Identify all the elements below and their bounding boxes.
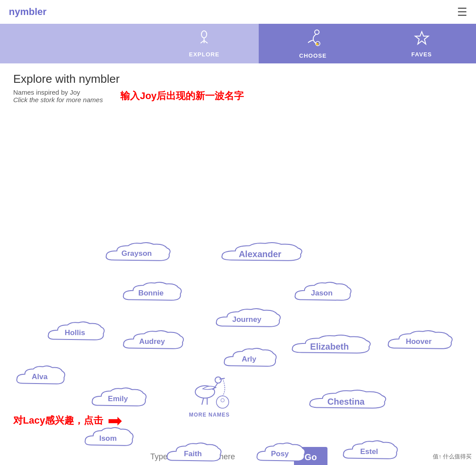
tab-faves-label: FAVES — [411, 51, 432, 58]
svg-point-4 — [315, 30, 319, 34]
annotation-lacy-row: 对Lacy感兴趣，点击 ➡ — [0, 403, 476, 438]
cloud-bonnie[interactable]: Bonnie — [119, 280, 183, 308]
subtitle-left: Names inspired by Joy Click the stork fo… — [13, 89, 103, 103]
cloud-label-grayson: Grayson — [101, 249, 172, 258]
svg-point-0 — [201, 31, 207, 38]
subtitle-line1: Names inspired by Joy — [13, 89, 103, 96]
cloud-label-emily: Emily — [88, 395, 148, 403]
cloud-alexander[interactable]: Alexander — [216, 240, 304, 269]
bottom-bar: Go — [0, 438, 476, 465]
cloud-label-chestina: Chestina — [304, 397, 388, 407]
tab-choose-label: CHOOSE — [299, 52, 327, 59]
cloud-audrey[interactable]: Audrey — [119, 328, 185, 357]
nav-left-spacer — [0, 24, 150, 63]
subtitle-row: Names inspired by Joy Click the stork fo… — [13, 89, 463, 103]
cloud-label-hollis: Hollis — [44, 328, 106, 337]
hamburger-icon[interactable]: ☰ — [457, 6, 467, 18]
cloud-label-audrey: Audrey — [119, 337, 185, 346]
header: nymbler ☰ — [0, 0, 476, 24]
cloud-label-faith: Faith — [163, 450, 223, 458]
cloud-label-elizabeth: Elizabeth — [286, 342, 372, 352]
cloud-label-jason: Jason — [291, 289, 353, 298]
svg-line-3 — [204, 41, 208, 43]
cloud-label-isom: Isom — [82, 434, 134, 443]
svg-text:👶: 👶 — [316, 42, 319, 46]
cloud-grayson[interactable]: Grayson — [101, 240, 172, 269]
cloud-label-journey: Journey — [212, 315, 282, 324]
cloud-alva[interactable]: Alva — [13, 363, 66, 392]
cloud-label-alva: Alva — [13, 373, 66, 381]
cloud-label-arly: Arly — [220, 355, 278, 364]
annotation-top: 输入Joy后出现的新一波名字 — [120, 89, 244, 103]
tab-choose[interactable]: 👶 CHOOSE — [259, 24, 368, 63]
choose-icon: 👶 — [304, 29, 322, 51]
tab-explore[interactable]: EXPLORE — [150, 24, 259, 63]
subtitle-line2: Click the stork for more names — [13, 96, 103, 103]
cloud-arly[interactable]: Arly — [220, 346, 278, 374]
cloud-faith[interactable]: Faith — [163, 440, 223, 465]
lacy-annotation-text: 对Lacy感兴趣，点击 — [13, 414, 103, 427]
cloud-jason[interactable]: Jason — [291, 280, 353, 308]
arrow-icon: ➡ — [108, 410, 123, 431]
faves-icon — [414, 30, 430, 49]
cloud-hoover[interactable]: Hoover — [383, 328, 454, 357]
svg-marker-7 — [415, 32, 428, 44]
svg-point-9 — [215, 377, 221, 383]
page-title: Explore with nymbler — [13, 72, 463, 86]
cloud-journey[interactable]: Journey — [212, 306, 282, 335]
cloud-hollis[interactable]: Hollis — [44, 319, 106, 348]
tab-explore-label: EXPLORE — [189, 51, 219, 58]
main-content: Explore with nymbler Names inspired by J… — [0, 63, 476, 103]
nav-tabs: EXPLORE 👶 CHOOSE FAVES — [0, 24, 476, 63]
cloud-posy[interactable]: Posy — [253, 440, 306, 465]
cloud-label-bonnie: Bonnie — [119, 289, 183, 298]
names-area: Grayson Alexander Bonnie Jason Hollis Au… — [0, 112, 476, 403]
tab-faves[interactable]: FAVES — [367, 24, 476, 63]
svg-line-2 — [201, 41, 204, 43]
cloud-label-alexander: Alexander — [216, 249, 304, 259]
cloud-label-estel: Estel — [339, 447, 399, 456]
cloud-label-posy: Posy — [253, 450, 306, 458]
logo: nymbler — [9, 6, 47, 18]
explore-icon — [196, 30, 212, 49]
cloud-label-hoover: Hoover — [383, 337, 454, 346]
cloud-elizabeth[interactable]: Elizabeth — [286, 332, 372, 361]
cloud-estel[interactable]: Estel — [339, 438, 399, 465]
watermark: 值↑ 什么值得买 — [433, 453, 472, 461]
